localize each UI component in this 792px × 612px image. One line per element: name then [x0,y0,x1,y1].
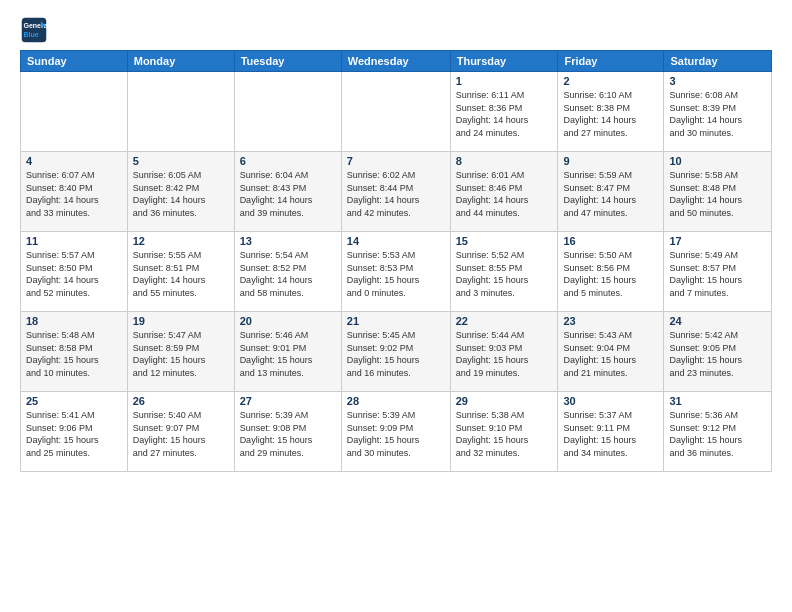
day-number: 30 [563,395,658,407]
day-info: Sunrise: 5:46 AM Sunset: 9:01 PM Dayligh… [240,329,336,379]
day-cell: 31Sunrise: 5:36 AM Sunset: 9:12 PM Dayli… [664,392,772,472]
day-cell: 5Sunrise: 6:05 AM Sunset: 8:42 PM Daylig… [127,152,234,232]
day-cell: 15Sunrise: 5:52 AM Sunset: 8:55 PM Dayli… [450,232,558,312]
day-info: Sunrise: 5:50 AM Sunset: 8:56 PM Dayligh… [563,249,658,299]
day-info: Sunrise: 5:36 AM Sunset: 9:12 PM Dayligh… [669,409,766,459]
day-cell: 6Sunrise: 6:04 AM Sunset: 8:43 PM Daylig… [234,152,341,232]
day-header: Friday [558,51,664,72]
day-number: 31 [669,395,766,407]
day-cell: 16Sunrise: 5:50 AM Sunset: 8:56 PM Dayli… [558,232,664,312]
day-cell: 3Sunrise: 6:08 AM Sunset: 8:39 PM Daylig… [664,72,772,152]
day-info: Sunrise: 5:54 AM Sunset: 8:52 PM Dayligh… [240,249,336,299]
day-info: Sunrise: 6:11 AM Sunset: 8:36 PM Dayligh… [456,89,553,139]
day-number: 17 [669,235,766,247]
day-cell: 24Sunrise: 5:42 AM Sunset: 9:05 PM Dayli… [664,312,772,392]
day-number: 8 [456,155,553,167]
day-info: Sunrise: 5:37 AM Sunset: 9:11 PM Dayligh… [563,409,658,459]
logo-icon: General Blue [20,16,48,44]
day-number: 26 [133,395,229,407]
day-info: Sunrise: 5:38 AM Sunset: 9:10 PM Dayligh… [456,409,553,459]
day-header: Monday [127,51,234,72]
day-cell: 25Sunrise: 5:41 AM Sunset: 9:06 PM Dayli… [21,392,128,472]
day-info: Sunrise: 5:45 AM Sunset: 9:02 PM Dayligh… [347,329,445,379]
day-number: 29 [456,395,553,407]
day-cell [127,72,234,152]
day-info: Sunrise: 6:07 AM Sunset: 8:40 PM Dayligh… [26,169,122,219]
day-number: 10 [669,155,766,167]
header-row: SundayMondayTuesdayWednesdayThursdayFrid… [21,51,772,72]
day-cell: 30Sunrise: 5:37 AM Sunset: 9:11 PM Dayli… [558,392,664,472]
day-info: Sunrise: 5:39 AM Sunset: 9:09 PM Dayligh… [347,409,445,459]
day-number: 22 [456,315,553,327]
day-cell: 18Sunrise: 5:48 AM Sunset: 8:58 PM Dayli… [21,312,128,392]
day-cell [341,72,450,152]
day-number: 28 [347,395,445,407]
day-info: Sunrise: 5:59 AM Sunset: 8:47 PM Dayligh… [563,169,658,219]
day-info: Sunrise: 5:48 AM Sunset: 8:58 PM Dayligh… [26,329,122,379]
day-cell [234,72,341,152]
week-row: 18Sunrise: 5:48 AM Sunset: 8:58 PM Dayli… [21,312,772,392]
day-cell: 19Sunrise: 5:47 AM Sunset: 8:59 PM Dayli… [127,312,234,392]
day-number: 12 [133,235,229,247]
day-cell: 28Sunrise: 5:39 AM Sunset: 9:09 PM Dayli… [341,392,450,472]
day-number: 5 [133,155,229,167]
day-info: Sunrise: 6:02 AM Sunset: 8:44 PM Dayligh… [347,169,445,219]
day-cell: 27Sunrise: 5:39 AM Sunset: 9:08 PM Dayli… [234,392,341,472]
day-cell: 17Sunrise: 5:49 AM Sunset: 8:57 PM Dayli… [664,232,772,312]
day-cell [21,72,128,152]
week-row: 1Sunrise: 6:11 AM Sunset: 8:36 PM Daylig… [21,72,772,152]
day-number: 9 [563,155,658,167]
day-info: Sunrise: 6:05 AM Sunset: 8:42 PM Dayligh… [133,169,229,219]
calendar-table: SundayMondayTuesdayWednesdayThursdayFrid… [20,50,772,472]
day-number: 2 [563,75,658,87]
day-cell: 22Sunrise: 5:44 AM Sunset: 9:03 PM Dayli… [450,312,558,392]
day-info: Sunrise: 5:39 AM Sunset: 9:08 PM Dayligh… [240,409,336,459]
day-info: Sunrise: 5:43 AM Sunset: 9:04 PM Dayligh… [563,329,658,379]
day-cell: 21Sunrise: 5:45 AM Sunset: 9:02 PM Dayli… [341,312,450,392]
day-cell: 23Sunrise: 5:43 AM Sunset: 9:04 PM Dayli… [558,312,664,392]
day-info: Sunrise: 5:42 AM Sunset: 9:05 PM Dayligh… [669,329,766,379]
day-number: 15 [456,235,553,247]
day-info: Sunrise: 5:52 AM Sunset: 8:55 PM Dayligh… [456,249,553,299]
day-info: Sunrise: 5:44 AM Sunset: 9:03 PM Dayligh… [456,329,553,379]
day-number: 4 [26,155,122,167]
day-number: 21 [347,315,445,327]
day-number: 24 [669,315,766,327]
logo: General Blue [20,16,52,44]
day-number: 20 [240,315,336,327]
day-cell: 29Sunrise: 5:38 AM Sunset: 9:10 PM Dayli… [450,392,558,472]
header: General Blue [20,16,772,44]
day-info: Sunrise: 5:53 AM Sunset: 8:53 PM Dayligh… [347,249,445,299]
day-header: Saturday [664,51,772,72]
day-cell: 8Sunrise: 6:01 AM Sunset: 8:46 PM Daylig… [450,152,558,232]
day-number: 6 [240,155,336,167]
day-number: 7 [347,155,445,167]
day-number: 27 [240,395,336,407]
day-number: 25 [26,395,122,407]
day-number: 19 [133,315,229,327]
day-cell: 11Sunrise: 5:57 AM Sunset: 8:50 PM Dayli… [21,232,128,312]
day-info: Sunrise: 6:10 AM Sunset: 8:38 PM Dayligh… [563,89,658,139]
svg-text:Blue: Blue [24,31,39,38]
day-number: 18 [26,315,122,327]
day-number: 1 [456,75,553,87]
day-info: Sunrise: 5:57 AM Sunset: 8:50 PM Dayligh… [26,249,122,299]
day-cell: 1Sunrise: 6:11 AM Sunset: 8:36 PM Daylig… [450,72,558,152]
week-row: 25Sunrise: 5:41 AM Sunset: 9:06 PM Dayli… [21,392,772,472]
day-header: Thursday [450,51,558,72]
day-cell: 9Sunrise: 5:59 AM Sunset: 8:47 PM Daylig… [558,152,664,232]
day-info: Sunrise: 5:47 AM Sunset: 8:59 PM Dayligh… [133,329,229,379]
day-info: Sunrise: 6:04 AM Sunset: 8:43 PM Dayligh… [240,169,336,219]
day-cell: 7Sunrise: 6:02 AM Sunset: 8:44 PM Daylig… [341,152,450,232]
day-cell: 12Sunrise: 5:55 AM Sunset: 8:51 PM Dayli… [127,232,234,312]
day-cell: 26Sunrise: 5:40 AM Sunset: 9:07 PM Dayli… [127,392,234,472]
day-info: Sunrise: 5:49 AM Sunset: 8:57 PM Dayligh… [669,249,766,299]
day-cell: 20Sunrise: 5:46 AM Sunset: 9:01 PM Dayli… [234,312,341,392]
calendar-page: General Blue SundayMondayTuesdayWednesda… [0,0,792,612]
day-header: Wednesday [341,51,450,72]
day-number: 16 [563,235,658,247]
day-info: Sunrise: 5:40 AM Sunset: 9:07 PM Dayligh… [133,409,229,459]
day-number: 3 [669,75,766,87]
day-info: Sunrise: 6:01 AM Sunset: 8:46 PM Dayligh… [456,169,553,219]
day-info: Sunrise: 6:08 AM Sunset: 8:39 PM Dayligh… [669,89,766,139]
